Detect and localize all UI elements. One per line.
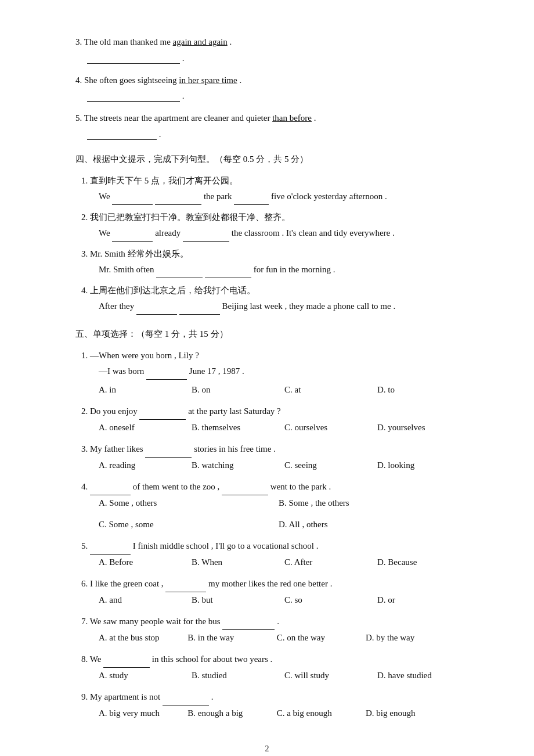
s5-q3-optD[interactable]: D. looking: [377, 458, 470, 473]
s5-q7: 7. We saw many people wait for the bus .…: [81, 614, 459, 646]
s4-q3-blank1[interactable]: [156, 262, 203, 278]
section5-header-text: 五、单项选择：（每空 1 分，共 15 分）: [75, 329, 228, 339]
s5-q4-blank2[interactable]: [222, 479, 268, 495]
s4-q4-english: After they Beijing last week , they made…: [99, 298, 459, 315]
s5-q8-optB[interactable]: B. studied: [192, 668, 284, 683]
s5-q5-optC[interactable]: C. After: [284, 555, 377, 570]
s5-q5-optB[interactable]: B. When: [192, 555, 284, 570]
s5-q4-optC[interactable]: C. Some , some: [99, 517, 279, 532]
s5-q3-question: 3. My father likes stories in his free t…: [81, 441, 459, 458]
section4-header: 四、根据中文提示，完成下列句型。（每空 0.5 分，共 5 分）: [75, 152, 459, 167]
s5-q6-question: 6. I like the green coat , my mother lik…: [81, 576, 459, 592]
s5-q7-optD[interactable]: D. by the way: [366, 630, 459, 646]
s4-q2-blank2[interactable]: [183, 225, 229, 242]
s5-q7-optA[interactable]: A. at the bus stop: [99, 630, 187, 646]
s5-q5-blank[interactable]: [90, 538, 131, 555]
s5-q3-optA[interactable]: A. reading: [99, 458, 192, 473]
s5-q5-optD[interactable]: D. Because: [377, 555, 470, 570]
s5-q1-optA[interactable]: A. in: [99, 382, 192, 398]
s5-q3-optB[interactable]: B. watching: [192, 458, 284, 473]
s5-q3-blank[interactable]: [145, 441, 192, 458]
s4-q4-blank1[interactable]: [136, 298, 177, 315]
q4-answer-area: .: [87, 91, 459, 102]
s4-q3-blank2[interactable]: [205, 262, 251, 278]
s5-q6-optB[interactable]: B. but: [192, 592, 284, 608]
s5-q4: 4. of them went to the zoo , went to the…: [81, 479, 459, 532]
s4-q2-blank1[interactable]: [112, 225, 153, 242]
s4-q2-english: We already the classroom . It's clean an…: [99, 225, 459, 242]
s5-q5-options: A. Before B. When C. After D. Because: [99, 555, 459, 570]
s4-q2-chinese: 2. 我们已把教室打扫干净。教室到处都很干净、整齐。: [81, 210, 459, 225]
s5-q6-optC[interactable]: C. so: [284, 592, 377, 608]
s5-q7-optC[interactable]: C. on the way: [277, 630, 366, 646]
s5-q4-options-row2: C. Some , some D. All , others: [99, 517, 459, 532]
s5-q1-sub: —I was born June 17 , 1987 .: [99, 363, 459, 380]
s5-q8-question: 8. We in this school for about two years…: [81, 651, 459, 668]
s5-q2: 2. Do you enjoy at the party last Saturd…: [81, 404, 459, 435]
s4-q3-chinese: 3. Mr. Smith 经常外出娱乐。: [81, 246, 459, 262]
s5-q1-blank[interactable]: [146, 363, 187, 380]
q5-underline: than before: [272, 113, 312, 123]
s5-q2-optB[interactable]: B. themselves: [192, 420, 284, 435]
s5-q3-options: A. reading B. watching C. seeing D. look…: [99, 458, 459, 473]
s5-q2-optD[interactable]: D. yourselves: [377, 420, 470, 435]
s4-q3-english: Mr. Smith often for fun in the morning .: [99, 262, 459, 278]
s4-q4: 4. 上周在他们到达北京之后，给我打个电话。 After they Beijin…: [81, 283, 459, 315]
q4-text: 4. She often goes sightseeing in her spa…: [75, 75, 241, 85]
s5-q9-options: A. big very much B. enough a big C. a bi…: [99, 705, 459, 721]
s5-q5-question: 5. I finish middle school , I'll go to a…: [81, 538, 459, 555]
s5-q9-optD[interactable]: D. big enough: [366, 705, 459, 721]
s5-q3-optC[interactable]: C. seeing: [284, 458, 377, 473]
s5-q5-optA[interactable]: A. Before: [99, 555, 192, 570]
s5-q6-optA[interactable]: A. and: [99, 592, 192, 608]
s4-q1-chinese: 1. 直到昨天下午 5 点，我们才离开公园。: [81, 173, 459, 189]
s5-q9-optA[interactable]: A. big very much: [99, 705, 187, 721]
s5-q1-optD[interactable]: D. to: [377, 382, 470, 398]
s5-q6-blank[interactable]: [165, 576, 206, 592]
section4: 四、根据中文提示，完成下列句型。（每空 0.5 分，共 5 分） 1. 直到昨天…: [75, 152, 459, 315]
s5-q4-blank1[interactable]: [90, 479, 131, 495]
s5-q8-optC[interactable]: C. will study: [284, 668, 377, 683]
s5-q2-question: 2. Do you enjoy at the party last Saturd…: [81, 404, 459, 420]
s5-q8-optA[interactable]: A. study: [99, 668, 192, 683]
s5-q4-optD[interactable]: D. All , others: [279, 517, 459, 532]
s5-q4-optB[interactable]: B. Some , the others: [279, 495, 459, 511]
s5-q6: 6. I like the green coat , my mother lik…: [81, 576, 459, 608]
q5-blank[interactable]: [87, 129, 157, 140]
s4-q1-blank1[interactable]: [112, 189, 153, 205]
s4-q1-english: We the park five o'clock yesterday after…: [99, 189, 459, 205]
s5-q1-optC[interactable]: C. at: [284, 382, 377, 398]
question-5: 5. The streets near the apartment are cl…: [75, 111, 459, 126]
s4-q4-blank2[interactable]: [179, 298, 220, 315]
s5-q9-optB[interactable]: B. enough a big: [187, 705, 276, 721]
s5-q2-blank[interactable]: [139, 404, 186, 420]
question-3: 3. The old man thanked me again and agai…: [75, 35, 459, 50]
q5-period: .: [159, 129, 161, 139]
q3-blank[interactable]: [87, 53, 180, 64]
s4-q1-blank2[interactable]: [155, 189, 201, 205]
s5-q4-options: A. Some , others B. Some , the others: [99, 495, 459, 511]
rewrite-section: 3. The old man thanked me again and agai…: [75, 35, 459, 140]
s5-q4-optA[interactable]: A. Some , others: [99, 495, 279, 511]
s4-q1-blank3[interactable]: [234, 189, 269, 205]
s4-q1: 1. 直到昨天下午 5 点，我们才离开公园。 We the park five …: [81, 173, 459, 205]
s5-q2-optC[interactable]: C. ourselves: [284, 420, 377, 435]
q4-blank[interactable]: [87, 91, 180, 102]
s5-q6-optD[interactable]: D. or: [377, 592, 470, 608]
s5-q8-optD[interactable]: D. have studied: [377, 668, 470, 683]
s5-q8-blank[interactable]: [103, 651, 150, 668]
q3-period: .: [182, 53, 185, 63]
s5-q2-optA[interactable]: A. oneself: [99, 420, 192, 435]
section5-header: 五、单项选择：（每空 1 分，共 15 分）: [75, 326, 459, 342]
page-number: 2: [75, 744, 459, 754]
s5-q9-optC[interactable]: C. a big enough: [277, 705, 366, 721]
s5-q9-blank[interactable]: [163, 689, 209, 705]
s5-q7-optB[interactable]: B. in the way: [187, 630, 276, 646]
s5-q5: 5. I finish middle school , I'll go to a…: [81, 538, 459, 570]
s5-q1-optB[interactable]: B. on: [192, 382, 284, 398]
q3-answer-area: .: [87, 53, 459, 64]
s5-q2-options: A. oneself B. themselves C. ourselves D.…: [99, 420, 459, 435]
s5-q7-blank[interactable]: [222, 614, 275, 630]
s5-q3: 3. My father likes stories in his free t…: [81, 441, 459, 473]
s5-q1-question: 1. —When were you born , Lily ?: [81, 348, 459, 363]
